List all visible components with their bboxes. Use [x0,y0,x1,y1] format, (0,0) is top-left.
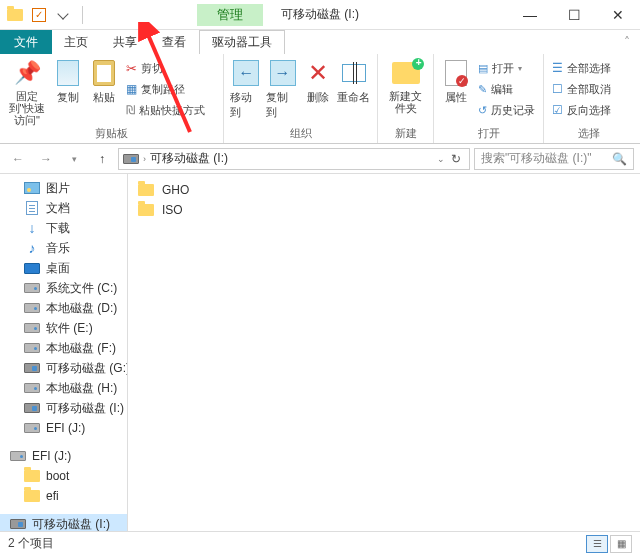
select-all-icon: ☰ [552,61,563,75]
folder-icon [138,203,154,217]
tree-item[interactable]: EFI (J:) [0,446,127,466]
invert-selection-icon: ☑ [552,103,563,117]
group-label-select: 选择 [544,126,634,143]
delete-icon: ✕ [308,59,328,87]
tab-view[interactable]: 查看 [150,30,199,54]
tree-item[interactable]: 本地磁盘 (H:) [0,378,127,398]
desktop-icon [24,261,40,275]
drive-icon [24,281,40,295]
details-view-button[interactable]: ☰ [586,535,608,553]
navigation-tree[interactable]: 图片文档↓下载♪音乐桌面系统文件 (C:)本地磁盘 (D:)软件 (E:)本地磁… [0,174,128,531]
tab-share[interactable]: 共享 [101,30,150,54]
address-bar[interactable]: › 可移动磁盘 (I:) ⌄ ↻ [118,148,470,170]
copy-button[interactable]: 复制 [52,58,84,105]
pic-icon [24,181,40,195]
open-button[interactable]: ▤打开▾ [476,58,537,78]
search-input[interactable]: 搜索"可移动磁盘 (I:)" 🔍 [474,148,634,170]
ribbon: 📌 固定到"快速访问" 复制 粘贴 ✂剪切 ▦复制路径 ₪粘贴快捷方式 剪贴板 [0,54,640,144]
tree-item[interactable]: 本地磁盘 (D:) [0,298,127,318]
cut-button[interactable]: ✂剪切 [124,58,207,78]
move-to-button[interactable]: 移动到 [230,58,262,120]
tab-home[interactable]: 主页 [52,30,101,54]
shortcut-icon: ₪ [126,103,135,117]
minimize-button[interactable]: — [508,1,552,29]
breadcrumb[interactable]: 可移动磁盘 (I:) [150,150,228,167]
title-bar: ✓ 管理 可移动磁盘 (I:) — ☐ ✕ [0,0,640,30]
folder-icon [24,469,40,483]
tree-item[interactable]: 可移动磁盘 (G:) [0,358,127,378]
forward-button[interactable]: → [34,147,58,171]
edit-icon: ✎ [478,83,487,96]
rename-icon [342,64,366,82]
paste-button[interactable]: 粘贴 [88,58,120,105]
usb-icon [24,361,40,375]
list-item[interactable]: ISO [138,200,630,220]
file-list[interactable]: GHOISO [128,174,640,531]
tree-item[interactable]: 本地磁盘 (F:) [0,338,127,358]
icons-view-button[interactable]: ▦ [610,535,632,553]
new-folder-button[interactable]: 新建文件夹 [384,58,427,114]
tree-item[interactable]: boot [0,466,127,486]
tree-item[interactable]: 软件 (E:) [0,318,127,338]
copy-path-button[interactable]: ▦复制路径 [124,79,207,99]
tree-item[interactable]: EFI (J:) [0,418,127,438]
music-icon: ♪ [24,241,40,255]
usb-icon [10,517,26,531]
window-title: 可移动磁盘 (I:) [281,6,359,23]
status-bar: 2 个项目 ☰ ▦ [0,531,640,555]
select-none-icon: ☐ [552,82,563,96]
delete-button[interactable]: ✕ 删除 [303,58,333,105]
pin-to-quick-access-button[interactable]: 📌 固定到"快速访问" [6,58,48,126]
history-button[interactable]: ↺历史记录 [476,100,537,120]
paste-icon [93,60,115,86]
doc-icon [24,201,40,215]
usb-icon [24,401,40,415]
history-icon: ↺ [478,104,487,117]
select-none-button[interactable]: ☐全部取消 [550,79,613,99]
folder-icon [138,183,154,197]
back-button[interactable]: ← [6,147,30,171]
new-folder-icon [392,62,420,84]
invert-selection-button[interactable]: ☑反向选择 [550,100,613,120]
close-button[interactable]: ✕ [596,1,640,29]
rename-button[interactable]: 重命名 [337,58,371,105]
tree-item[interactable]: 系统文件 (C:) [0,278,127,298]
qat-properties-icon[interactable]: ✓ [28,4,50,26]
properties-button[interactable]: 属性 [440,58,472,105]
drive-icon [24,381,40,395]
context-header: 管理 [197,4,263,26]
group-label-organize: 组织 [224,126,377,143]
group-label-new: 新建 [378,126,433,143]
edit-button[interactable]: ✎编辑 [476,79,537,99]
tree-item[interactable]: 图片 [0,178,127,198]
tree-item[interactable]: ↓下载 [0,218,127,238]
select-all-button[interactable]: ☰全部选择 [550,58,613,78]
ribbon-collapse-icon[interactable]: ˄ [614,30,640,54]
recent-locations-button[interactable]: ▾ [62,147,86,171]
tree-item[interactable]: 可移动磁盘 (I:) [0,514,127,531]
group-label-open: 打开 [434,126,543,143]
paste-shortcut-button[interactable]: ₪粘贴快捷方式 [124,100,207,120]
tree-item[interactable]: efi [0,486,127,506]
folder-icon [4,4,26,26]
drive-icon [10,449,26,463]
scissors-icon: ✂ [126,61,137,76]
tree-item[interactable]: ♪音乐 [0,238,127,258]
tab-file[interactable]: 文件 [0,30,52,54]
refresh-button[interactable]: ↻ [447,152,465,166]
copy-icon [57,60,79,86]
chevron-down-icon[interactable]: ⌄ [437,154,445,164]
status-item-count: 2 个项目 [8,535,54,552]
list-item[interactable]: GHO [138,180,630,200]
tree-item[interactable]: 文档 [0,198,127,218]
divider [82,6,83,24]
tree-item[interactable]: 桌面 [0,258,127,278]
tab-drive-tools[interactable]: 驱动器工具 [199,30,285,54]
drive-icon [24,421,40,435]
copy-to-button[interactable]: 复制到 [266,58,298,120]
up-button[interactable]: ↑ [90,147,114,171]
drive-icon [123,152,139,166]
maximize-button[interactable]: ☐ [552,1,596,29]
tree-item[interactable]: 可移动磁盘 (I:) [0,398,127,418]
qat-dropdown-icon[interactable] [52,4,74,26]
